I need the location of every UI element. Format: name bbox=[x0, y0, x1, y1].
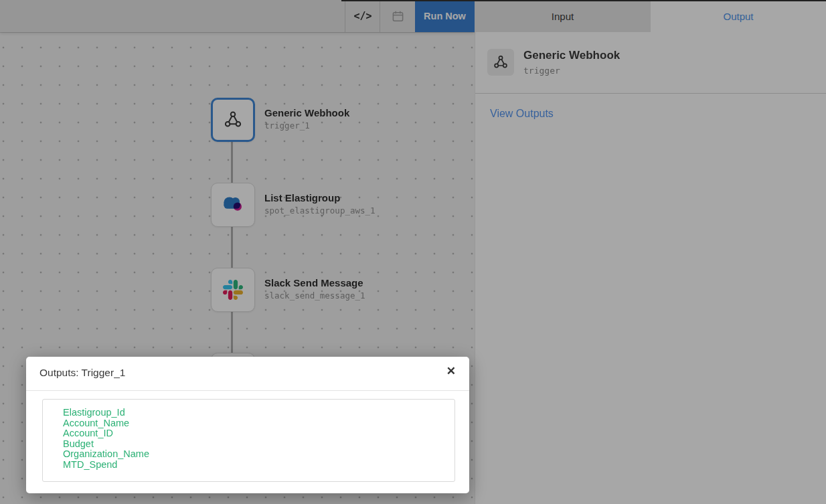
outputs-list: Elastigroup_Id Account_Name Account_ID B… bbox=[42, 399, 455, 482]
output-item[interactable]: Elastigroup_Id bbox=[63, 408, 455, 418]
output-item[interactable]: Account_ID bbox=[63, 428, 455, 439]
output-item[interactable]: Budget bbox=[63, 439, 455, 450]
close-icon[interactable]: ✕ bbox=[446, 363, 456, 380]
modal-title: Outputs: Trigger_1 bbox=[39, 367, 125, 379]
output-item[interactable]: Organization_Name bbox=[63, 449, 455, 460]
modal-header: Outputs: Trigger_1 ✕ bbox=[26, 357, 469, 391]
output-item[interactable]: Account_Name bbox=[63, 418, 455, 429]
outputs-modal: Outputs: Trigger_1 ✕ Elastigroup_Id Acco… bbox=[26, 357, 469, 493]
workflow-editor-app: </> Run Now Input Output bbox=[0, 0, 826, 504]
output-item[interactable]: MTD_Spend bbox=[63, 460, 455, 471]
